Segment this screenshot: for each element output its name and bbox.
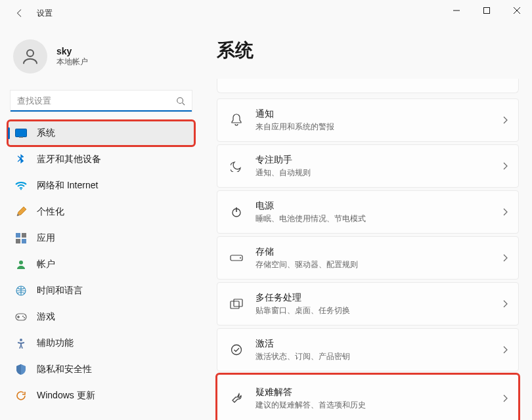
card-troubleshoot[interactable]: 疑难解答 建议的疑难解答、首选项和历史	[217, 374, 519, 420]
card-fragment[interactable]	[217, 79, 519, 93]
shield-icon	[14, 363, 28, 376]
sidebar-item-accessibility[interactable]: 辅助功能	[8, 331, 194, 356]
sidebar-item-system[interactable]: 系统	[8, 121, 194, 146]
card-sub: 通知、自动规则	[255, 167, 491, 178]
arrow-left-icon	[15, 9, 24, 18]
sidebar-item-gaming[interactable]: 游戏	[8, 304, 194, 329]
sidebar-item-personalization[interactable]: 个性化	[8, 200, 194, 224]
minimize-icon	[453, 7, 460, 14]
sidebar-item-update[interactable]: Windows 更新	[8, 383, 194, 408]
card-sub: 建议的疑难解答、首选项和历史	[255, 400, 491, 411]
card-sub: 存储空间、驱动器、配置规则	[255, 259, 491, 270]
sidebar: sky 本地帐户 系统 蓝牙和其他设备 网络和 Internet	[0, 26, 197, 420]
card-storage[interactable]: 存储 存储空间、驱动器、配置规则	[217, 236, 519, 280]
card-title: 多任务处理	[255, 292, 491, 304]
sidebar-item-label: 时间和语言	[37, 285, 83, 297]
game-icon	[14, 310, 28, 324]
close-button[interactable]	[502, 0, 532, 21]
apps-icon	[14, 232, 28, 245]
svg-rect-9	[22, 239, 26, 243]
paint-icon	[14, 205, 28, 219]
sidebar-item-accounts[interactable]: 帐户	[8, 252, 194, 277]
globe-clock-icon	[14, 284, 28, 297]
profile-name: sky	[56, 46, 88, 56]
profile-block[interactable]: sky 本地帐户	[8, 34, 194, 85]
svg-rect-19	[231, 301, 239, 308]
svg-point-14	[24, 317, 25, 318]
back-button[interactable]	[11, 4, 29, 22]
sidebar-item-network[interactable]: 网络和 Internet	[8, 173, 194, 198]
svg-rect-8	[16, 239, 20, 243]
svg-point-15	[20, 339, 22, 341]
svg-point-13	[22, 316, 24, 317]
close-icon	[514, 7, 520, 14]
sidebar-item-time[interactable]: 时间和语言	[8, 278, 194, 303]
chevron-right-icon	[502, 116, 508, 124]
svg-rect-20	[234, 299, 242, 306]
app-title: 设置	[37, 8, 53, 19]
card-title: 激活	[255, 338, 491, 350]
svg-point-10	[19, 261, 23, 264]
sidebar-item-apps[interactable]: 应用	[8, 226, 194, 251]
maximize-icon	[483, 7, 490, 14]
sidebar-item-label: 应用	[37, 232, 55, 244]
moon-icon	[229, 159, 244, 173]
chevron-right-icon	[502, 300, 508, 308]
svg-point-21	[232, 345, 242, 355]
chevron-right-icon	[502, 208, 508, 216]
sidebar-item-label: 蓝牙和其他设备	[37, 154, 101, 165]
svg-rect-0	[484, 8, 490, 14]
wrench-icon	[229, 391, 244, 406]
accessibility-icon	[14, 337, 28, 350]
svg-rect-6	[16, 233, 20, 238]
svg-point-1	[27, 50, 33, 56]
sidebar-nav: 系统 蓝牙和其他设备 网络和 Internet 个性化 应用 帐户	[8, 121, 194, 408]
sidebar-item-label: 网络和 Internet	[37, 180, 98, 192]
card-power[interactable]: 电源 睡眠、电池使用情况、节电模式	[217, 190, 519, 234]
sidebar-item-label: 系统	[37, 127, 55, 139]
card-title: 存储	[255, 246, 491, 258]
card-notifications[interactable]: 通知 来自应用和系统的警报	[217, 98, 519, 142]
card-title: 电源	[255, 200, 491, 212]
sidebar-item-privacy[interactable]: 隐私和安全性	[8, 357, 194, 382]
card-activation[interactable]: 激活 激活状态、订阅、产品密钥	[217, 328, 519, 371]
chevron-right-icon	[502, 162, 508, 170]
chevron-right-icon	[502, 254, 508, 262]
sidebar-item-label: 隐私和安全性	[37, 364, 92, 375]
svg-rect-3	[16, 129, 27, 137]
svg-point-2	[177, 98, 183, 104]
card-list: 通知 来自应用和系统的警报 专注助手 通知、自动规则 电源 睡眠、电池使用情况、…	[217, 98, 519, 420]
search-input[interactable]	[11, 91, 192, 112]
card-multitask[interactable]: 多任务处理 贴靠窗口、桌面、任务切换	[217, 282, 519, 326]
chevron-right-icon	[502, 346, 508, 354]
sidebar-item-bluetooth[interactable]: 蓝牙和其他设备	[8, 147, 194, 172]
sidebar-item-label: 个性化	[37, 206, 64, 218]
sidebar-item-label: Windows 更新	[37, 390, 95, 402]
card-sub: 贴靠窗口、桌面、任务切换	[255, 305, 491, 316]
card-sub: 激活状态、订阅、产品密钥	[255, 351, 491, 362]
svg-rect-7	[22, 233, 26, 238]
sidebar-item-label: 辅助功能	[37, 337, 74, 349]
storage-icon	[229, 251, 244, 265]
update-icon	[14, 389, 28, 402]
account-icon	[14, 258, 28, 271]
multitask-icon	[229, 297, 244, 311]
minimize-button[interactable]	[441, 0, 472, 21]
person-icon	[20, 47, 40, 66]
main-content: 系统 通知 来自应用和系统的警报 专注助手 通知、自动规则	[197, 26, 532, 420]
card-sub: 来自应用和系统的警报	[255, 121, 491, 133]
profile-sub: 本地帐户	[56, 56, 88, 68]
card-title: 通知	[255, 108, 491, 120]
card-title: 疑难解答	[255, 387, 491, 398]
page-title: 系统	[217, 38, 519, 63]
card-sub: 睡眠、电池使用情况、节电模式	[255, 213, 491, 224]
power-icon	[229, 205, 244, 219]
search-icon	[176, 96, 185, 106]
svg-rect-4	[19, 137, 23, 138]
svg-point-5	[20, 189, 22, 190]
svg-point-18	[240, 257, 241, 259]
search-box	[11, 91, 192, 112]
card-focus[interactable]: 专注助手 通知、自动规则	[217, 144, 519, 188]
avatar	[13, 39, 47, 74]
maximize-button[interactable]	[472, 0, 502, 21]
